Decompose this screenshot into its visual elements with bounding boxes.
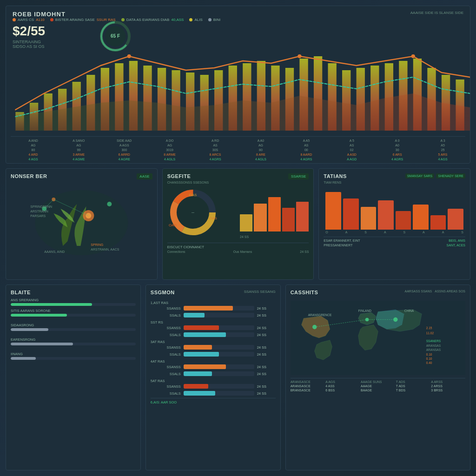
hbar-val-5a: 24 SS [257,384,276,389]
hbar-val-1b: 24 SS [257,313,276,317]
main-chart-area [6,42,470,135]
dt-r2c1: 80 [11,148,56,152]
ssgmon-footer: 6,AIS: AAR SOO [151,398,276,404]
legend-item-4: ALIS [189,18,202,22]
sgefite-chart-area: OAS OAS OAS -- 24 SS [167,187,309,240]
world-map: ARANSGRENCE FINLAND CHINA 2.15 11.02 SSA… [291,301,465,375]
dt-r1c9: A0 [375,143,420,147]
hbar-group-label-4: 4AT RAS [151,359,276,364]
legend-dot-2 [50,18,53,21]
progress-fill-1 [11,303,92,306]
sgefite-legend2-val: Ous Marrans [233,250,252,253]
legend-dot-1 [13,18,16,21]
dt-r3c9: 6 ARS [375,152,420,157]
progress-fill-4 [11,343,73,345]
nonser-badge: AASE [137,173,152,179]
dt-h6: A A0 [238,139,284,143]
svg-text:0.40: 0.40 [426,361,432,364]
cdt-h2: A AGS [325,380,360,383]
hbar-track-5b [184,391,254,396]
hbar-group-label-2: SST RS [151,320,276,324]
gauge-value: 65 F [111,33,120,39]
nonser-ber-panel: NONSER BER AASE [6,168,158,280]
tatians-bar-chart [324,188,465,230]
dt-r1c1: AG [11,143,56,147]
svg-text:SPRINGERNN: SPRINGERNN [30,205,52,208]
progress-spacer-3 [11,348,136,352]
dt-r1c5: AS [193,143,238,147]
top-panel: ROEB IDMOHNT AARS CS A110 BISTER ARAING … [6,6,470,164]
cdt-r2c1: BRANSASCE [291,389,325,392]
progress-5: IINANG [11,352,136,360]
svg-point-35 [127,54,131,58]
progress-label-5: IINANG [11,352,136,356]
dt-r4c5: 4 AGRS [193,157,238,161]
data-table: A AND A SANO SIDE AAD A DO A RD A A0 A A… [6,134,470,161]
svg-marker-38 [15,93,470,131]
dt-r3c8: A ASD [329,152,374,157]
hbar-item-5a: SSANSS 24 SS [151,384,276,389]
sgefite-legend1: EISCUCT CIONNANCT [167,245,309,249]
dt-r3c5: 8 ARCS [193,152,238,157]
hbar-sublabel-2a: SSANSS [151,326,181,330]
hbar-val-2a: 24 SS [257,326,276,330]
sgefite-bar-4 [282,208,295,231]
blaite-progress-list: ANS SRERANNG SITIS AARANS SORONE SIDAASR… [11,298,136,360]
hbar-val-2b: 24 SS [257,333,276,337]
svg-text:OAS: OAS [209,216,217,220]
progress-fill-2 [11,314,67,317]
hbar-fill-4a [184,364,226,369]
hbar-item-4b: SSALS 24 SS [151,371,276,376]
progress-bg-1 [11,303,136,306]
dt-r3c4: 8 ARME [147,152,192,157]
sgefite-val2: 24 SS [300,250,309,253]
dt-r2c9: 30 [375,148,420,152]
decorative-area: SPRINGERNN ARSTRANN PARSARS SPRING ARSTR… [11,181,152,255]
hbar-item-4a: SSANSS 24 SS [151,364,276,369]
hbar-track-4a [184,364,254,369]
map-svg: ARANSGRENCE FINLAND CHINA 2.15 11.02 SSA… [291,301,465,375]
progress-label-3: SIDAASRONG [11,323,136,327]
dt-h10: A 3 [420,139,465,143]
hbar-track-2b [184,332,254,337]
cdt-r1c3: AAAGE [361,384,395,388]
sgefite-bar-3 [268,197,281,231]
legend-item-1: AARS CS A110 [13,18,45,22]
hbar-item-1b: SSALS 24 SS [151,313,276,317]
hbar-fill-3a [184,345,212,350]
svg-text:AAANS, AIND: AAANS, AIND [44,250,65,253]
sgefite-bar-5 [296,202,309,231]
casshits-panel: CASSHITS AARSASS SSANS ASSNS AREAS SOS [285,284,470,470]
svg-text:OAS: OAS [169,223,177,227]
dt-h7: A A5 [284,139,329,143]
svg-text:ARSTRANN: ARSTRANN [30,210,48,213]
dt-h5: A RD [193,139,238,143]
svg-text:11.02: 11.02 [426,331,434,335]
tatians-badge2: SHENADY SERE [436,173,465,178]
tbar-2 [343,198,359,230]
svg-text:2.15: 2.15 [426,326,432,330]
svg-text:0.10: 0.10 [426,353,432,356]
progress-bg-4 [11,343,136,345]
legend-dot-5 [208,18,212,21]
hbar-fill-1b [184,313,205,317]
sgefite-subtitle: CHANSSSONSS SSESONS [167,181,209,184]
svg-point-62 [312,325,317,329]
progress-bg-3 [11,328,136,331]
sgefite-legend2-label: Connections [167,250,185,253]
dt-r4c8: A AGD [329,157,374,161]
dt-r1c7: AS [284,143,329,147]
dt-r3c1: 4 ARD [11,152,56,157]
svg-text:0.10: 0.10 [426,357,432,360]
casshits-sub2: ASSNS AREAS SOS [435,290,465,293]
hbar-fill-2a [184,325,219,330]
hbar-group-label-5: 5AT RAS [151,379,276,383]
tatians-badge1: SMANSAY SARS [405,173,435,178]
hbar-item-2b: SSALS 24 SS [151,332,276,337]
hbar-track-1b [184,313,254,317]
dt-r4c3: 4 AGRE [102,157,147,161]
tatians-panel: TATIANS TIAM RENS SMANSAY SARS SHENADY S… [318,168,470,280]
hbar-sublabel-1b: SSALS [151,313,181,317]
hbar-item-2a: SSANSS 24 SS [151,325,276,330]
tatians-footer2-val: SANT, ACES [447,244,465,247]
